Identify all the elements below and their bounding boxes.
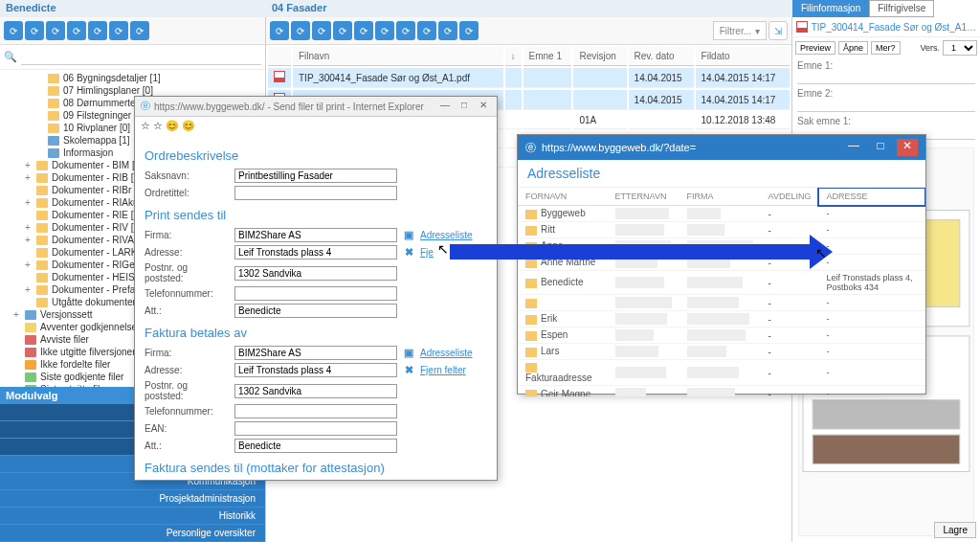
modul-item[interactable]: Historikk: [0, 508, 265, 525]
modul-item[interactable]: Prosjektadministrasjon: [0, 490, 265, 508]
toolbar-icon[interactable]: ⟳: [88, 21, 107, 40]
toolbar-icon[interactable]: ⟳: [46, 21, 65, 40]
section-faktura-sendes: Faktura sendes til (mottaker for attesta…: [145, 461, 487, 475]
ordretittel-input[interactable]: [234, 186, 397, 200]
clear-icon: ✖: [403, 247, 414, 259]
address-row[interactable]: --: [518, 295, 925, 311]
address-row[interactable]: Byggeweb--: [518, 206, 925, 222]
close-button[interactable]: ✕: [897, 139, 918, 156]
section-print-sendes: Print sendes til: [145, 208, 487, 222]
annotation-arrow: [450, 244, 813, 260]
more-button[interactable]: Mer?: [871, 41, 901, 55]
toolbar-icon[interactable]: ⟳: [67, 21, 86, 40]
close-button[interactable]: ✕: [476, 100, 491, 113]
att-input[interactable]: [234, 304, 397, 318]
maximize-button[interactable]: □: [457, 100, 472, 113]
toolbar-icon[interactable]: ⟳: [4, 21, 23, 40]
left-toolbar: ⟳ ⟳ ⟳ ⟳ ⟳ ⟳ ⟳: [0, 17, 265, 45]
maximize-button[interactable]: □: [870, 139, 891, 156]
col-adresse[interactable]: ADRESSE: [818, 188, 925, 206]
modul-item[interactable]: Personlige oversikter: [0, 525, 265, 542]
firma2-input[interactable]: [234, 346, 397, 360]
book-icon: ▣: [403, 230, 414, 241]
open-button[interactable]: Åpne: [838, 41, 868, 55]
col-firma[interactable]: FIRMA: [679, 188, 761, 206]
toolbar-icon[interactable]: ⟳: [291, 21, 310, 40]
col-filnavn[interactable]: Filnavn: [293, 47, 503, 66]
postnr-input[interactable]: [234, 266, 397, 281]
toolbar-icon[interactable]: ⟳: [270, 21, 289, 40]
toolbar-icon[interactable]: ⟳: [459, 21, 479, 40]
adresse-label: Adresse:: [145, 247, 229, 258]
address-row[interactable]: Geir Magne--: [518, 386, 925, 396]
adresseliste-link[interactable]: Adresseliste: [420, 230, 472, 240]
toolbar-icon[interactable]: ⟳: [109, 21, 128, 40]
emne1-label: Emne 1:: [797, 60, 975, 71]
lagre-button[interactable]: Lagre: [934, 522, 976, 538]
pdf-icon: [796, 21, 808, 33]
filter-dropdown[interactable]: Filtrer... ▾: [713, 21, 767, 40]
emne2-input[interactable]: [797, 99, 975, 112]
minimize-button[interactable]: —: [437, 100, 453, 113]
fjern-link[interactable]: Fje: [420, 247, 434, 258]
popup1-url: https://www.byggeweb.dk/ - Send filer ti…: [154, 102, 424, 112]
address-row[interactable]: Espen--: [518, 327, 925, 344]
col-revisjon[interactable]: Revisjon: [573, 47, 626, 66]
address-row[interactable]: Benedicte-Leif Tronstads plass 4, Postbo…: [518, 271, 925, 295]
att-label: Att.:: [145, 305, 229, 316]
postnr-label: Postnr. og poststed:: [145, 262, 229, 283]
col-fornavn[interactable]: FORNAVN: [518, 188, 608, 206]
address-row[interactable]: Fakturaadresse--: [518, 360, 925, 386]
toolbar-icon[interactable]: ⟳: [438, 21, 457, 40]
ie-icon: ⓔ: [141, 100, 150, 113]
tlf-input[interactable]: [234, 286, 397, 301]
toolbar-icon[interactable]: ⟳: [333, 21, 352, 40]
fjern-link[interactable]: Fjern felter: [420, 365, 466, 375]
vers-select[interactable]: 1: [943, 40, 977, 56]
toolbar-icon[interactable]: ⟳: [312, 21, 331, 40]
col-revdato[interactable]: Rev. dato: [629, 47, 694, 66]
ordretittel-label: Ordretittel:: [145, 188, 229, 198]
section-faktura-betales: Faktura betales av: [145, 326, 487, 340]
toolbar-icon[interactable]: ⟳: [375, 21, 394, 40]
adresse-input[interactable]: [234, 245, 397, 260]
col-emne[interactable]: Emne 1: [523, 47, 572, 66]
att2-label: Att.:: [145, 440, 229, 451]
att2-input[interactable]: [234, 439, 397, 453]
firma-input[interactable]: [234, 228, 397, 242]
tree-item[interactable]: 06 Bygningsdetaljer [1]: [0, 72, 265, 84]
svg-rect-7: [813, 435, 960, 463]
toolbar-icon[interactable]: ⟳: [130, 21, 149, 40]
toolbar-icon[interactable]: ⟳: [417, 21, 436, 40]
emne1-input[interactable]: [797, 71, 975, 84]
toolbar-icon[interactable]: ⟳: [354, 21, 373, 40]
address-row[interactable]: Erik--: [518, 311, 925, 327]
panel-title-left: Benedicte: [0, 0, 266, 17]
preview-button[interactable]: Preview: [795, 41, 835, 55]
col-avdeling[interactable]: AVDELING: [761, 188, 819, 206]
address-row[interactable]: Lars--: [518, 344, 925, 360]
tab-filinformasjon[interactable]: Filinformasjon: [792, 0, 869, 17]
ean-input[interactable]: [234, 421, 397, 436]
firma-label: Firma:: [145, 230, 229, 240]
sak-label: Sak emne 1:: [797, 116, 975, 126]
adresseliste-link[interactable]: Adresseliste: [420, 348, 472, 358]
tlf2-input[interactable]: [234, 404, 397, 418]
toolbar-icon[interactable]: ⟳: [25, 21, 44, 40]
col-fildato[interactable]: Fildato: [696, 47, 790, 66]
emne2-label: Emne 2:: [797, 88, 975, 99]
file-row[interactable]: TIP_300414_Fasade Sør og Øst_A1.pdf14.04…: [268, 68, 790, 88]
minimize-button[interactable]: —: [843, 139, 864, 156]
postnr2-input[interactable]: [234, 384, 397, 398]
book-icon: ▣: [403, 348, 414, 359]
address-row[interactable]: Ritt--: [518, 222, 925, 238]
postnr2-label: Postnr. og poststed:: [145, 380, 229, 401]
saksnavn-input[interactable]: [234, 169, 397, 183]
export-icon[interactable]: ⇲: [768, 21, 788, 40]
tab-filfrigivelse[interactable]: Filfrigivelse: [869, 0, 934, 17]
toolbar-icon[interactable]: ⟳: [396, 21, 415, 40]
popup2-url: https://www.byggeweb.dk/?date=: [542, 142, 696, 153]
adresse2-input[interactable]: [234, 363, 397, 377]
col-etternavn[interactable]: ETTERNAVN: [608, 188, 679, 206]
search-input[interactable]: [21, 49, 261, 65]
